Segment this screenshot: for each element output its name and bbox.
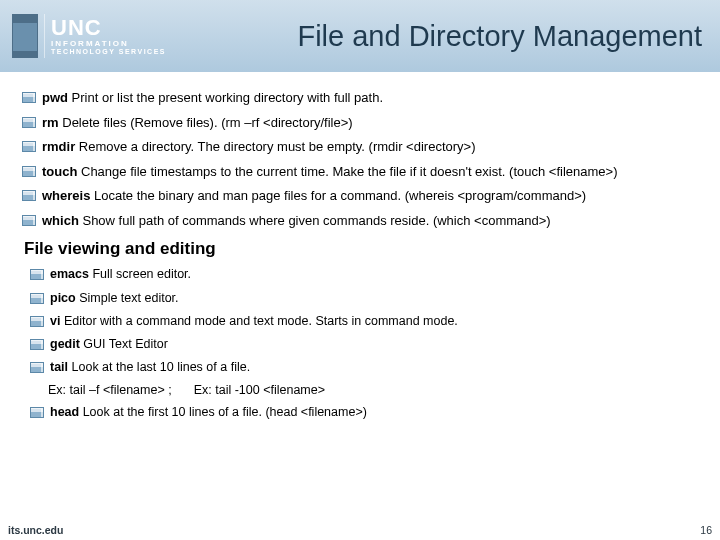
example-line: Ex: tail –f <filename> ;Ex: tail -100 <f… bbox=[48, 383, 702, 397]
list-item: rm Delete files (Remove files). (rm –rf … bbox=[18, 114, 702, 132]
logo-column-icon bbox=[12, 14, 38, 58]
logo-line1: INFORMATION bbox=[51, 39, 166, 48]
cmd-desc: Locate the binary and man page files for… bbox=[90, 188, 586, 203]
cmd-desc: Print or list the present working direct… bbox=[68, 90, 383, 105]
cmd-desc: Simple text editor. bbox=[76, 291, 179, 305]
cmd-name: emacs bbox=[50, 267, 89, 281]
subheading: File viewing and editing bbox=[24, 239, 702, 259]
cmd-desc: Editor with a command mode and text mode… bbox=[60, 314, 457, 328]
list-item: pico Simple text editor. bbox=[26, 290, 702, 306]
cmd-name: gedit bbox=[50, 337, 80, 351]
command-list-head: head Look at the first 10 lines of a fil… bbox=[18, 404, 702, 420]
command-list-editors: emacs Full screen editor. pico Simple te… bbox=[18, 266, 702, 375]
logo: UNC INFORMATION TECHNOLOGY SERVICES bbox=[12, 14, 166, 58]
logo-line2: TECHNOLOGY SERVICES bbox=[51, 48, 166, 55]
list-item: tail Look at the last 10 lines of a file… bbox=[26, 359, 702, 375]
cmd-name: which bbox=[42, 213, 79, 228]
cmd-desc: Look at the first 10 lines of a file. (h… bbox=[79, 405, 367, 419]
cmd-name: rm bbox=[42, 115, 59, 130]
cmd-desc: Full screen editor. bbox=[89, 267, 191, 281]
list-item: gedit GUI Text Editor bbox=[26, 336, 702, 352]
cmd-name: touch bbox=[42, 164, 77, 179]
content: pwd Print or list the present working di… bbox=[0, 72, 720, 420]
cmd-name: vi bbox=[50, 314, 60, 328]
list-item: pwd Print or list the present working di… bbox=[18, 89, 702, 107]
cmd-desc: Remove a directory. The directory must b… bbox=[75, 139, 475, 154]
logo-text: UNC INFORMATION TECHNOLOGY SERVICES bbox=[51, 17, 166, 55]
cmd-name: tail bbox=[50, 360, 68, 374]
logo-separator bbox=[44, 14, 45, 58]
list-item: which Show full path of commands where g… bbox=[18, 212, 702, 230]
page-title: File and Directory Management bbox=[178, 20, 708, 53]
header: UNC INFORMATION TECHNOLOGY SERVICES File… bbox=[0, 0, 720, 72]
list-item: touch Change file timestamps to the curr… bbox=[18, 163, 702, 181]
cmd-desc: Show full path of commands where given c… bbox=[79, 213, 551, 228]
cmd-name: whereis bbox=[42, 188, 90, 203]
list-item: emacs Full screen editor. bbox=[26, 266, 702, 282]
command-list-main: pwd Print or list the present working di… bbox=[18, 89, 702, 229]
logo-brand: UNC bbox=[51, 17, 166, 39]
list-item: rmdir Remove a directory. The directory … bbox=[18, 138, 702, 156]
cmd-name: head bbox=[50, 405, 79, 419]
footer-url: its.unc.edu bbox=[8, 524, 63, 536]
page-number: 16 bbox=[700, 524, 712, 536]
example-a: Ex: tail –f <filename> ; bbox=[48, 383, 172, 397]
example-b: Ex: tail -100 <filename> bbox=[194, 383, 325, 397]
footer: its.unc.edu 16 bbox=[8, 524, 712, 536]
list-item: whereis Locate the binary and man page f… bbox=[18, 187, 702, 205]
cmd-name: pwd bbox=[42, 90, 68, 105]
list-item: vi Editor with a command mode and text m… bbox=[26, 313, 702, 329]
cmd-desc: Delete files (Remove files). (rm –rf <di… bbox=[59, 115, 353, 130]
cmd-desc: Change file timestamps to the current ti… bbox=[77, 164, 617, 179]
cmd-name: pico bbox=[50, 291, 76, 305]
list-item: head Look at the first 10 lines of a fil… bbox=[26, 404, 702, 420]
cmd-desc: GUI Text Editor bbox=[80, 337, 168, 351]
cmd-desc: Look at the last 10 lines of a file. bbox=[68, 360, 250, 374]
cmd-name: rmdir bbox=[42, 139, 75, 154]
